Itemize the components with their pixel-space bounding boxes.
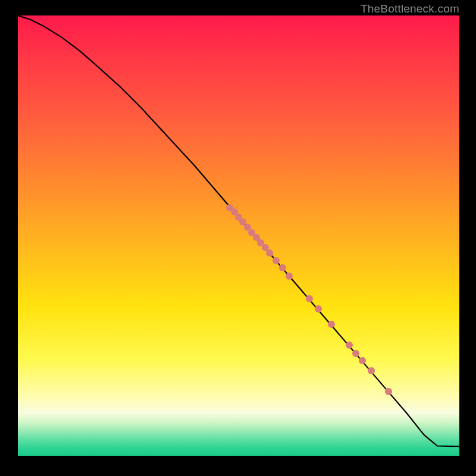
data-point bbox=[315, 305, 322, 312]
curve-line bbox=[18, 15, 459, 457]
chart-stage: TheBottleneck.com bbox=[0, 0, 476, 476]
data-point bbox=[346, 342, 353, 349]
baseline bbox=[18, 456, 459, 457]
plot-area bbox=[18, 15, 459, 457]
data-point bbox=[306, 295, 313, 302]
data-point bbox=[273, 257, 280, 264]
data-point bbox=[359, 357, 366, 364]
data-point bbox=[352, 350, 359, 357]
watermark-text: TheBottleneck.com bbox=[361, 2, 459, 15]
data-point bbox=[368, 367, 375, 374]
